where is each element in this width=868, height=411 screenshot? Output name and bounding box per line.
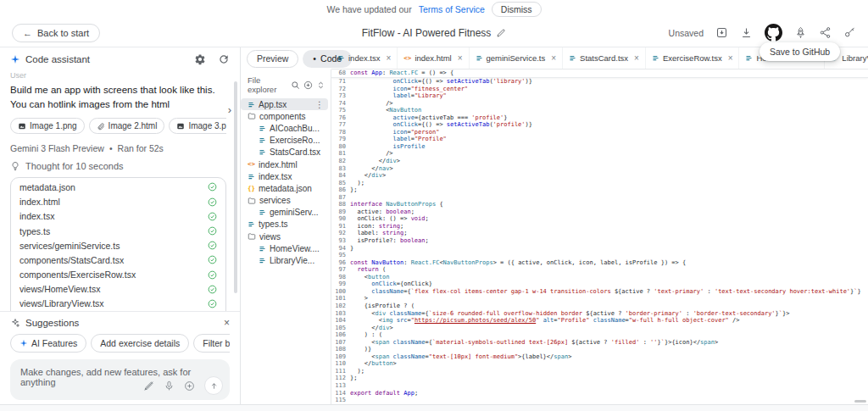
check-circle-icon <box>208 182 217 192</box>
send-button[interactable] <box>204 376 223 395</box>
generated-file-row[interactable]: components/ExerciseRow.tsx <box>11 267 225 281</box>
dismiss-button[interactable]: Dismiss <box>492 2 542 17</box>
html-file-icon: <> <box>248 161 255 168</box>
close-tab-icon[interactable]: × <box>634 53 639 63</box>
attachment-chip[interactable]: Image 3.png <box>169 118 226 134</box>
generated-file-row[interactable]: views/HomeView.tsx <box>11 282 225 297</box>
folder-icon <box>248 112 256 120</box>
code-line: 83 </nav> <box>331 165 868 173</box>
file-tree-item[interactable]: types.ts <box>241 219 331 230</box>
file-tree-item[interactable]: views <box>241 230 331 242</box>
code-line: 86}; <box>331 186 868 194</box>
kebab-menu-icon[interactable]: ⋮ <box>314 100 326 109</box>
generated-file-row[interactable]: components/StatsCard.tsx <box>11 253 225 267</box>
active-dot: • <box>313 53 316 64</box>
attachment-chip[interactable]: Image 1.png <box>10 118 85 134</box>
share-icon[interactable] <box>819 26 832 39</box>
tsx-file-icon <box>248 101 255 108</box>
file-tree-item[interactable]: geminiServ... <box>241 207 331 219</box>
file-tree-item[interactable]: AICoachBu... <box>241 122 331 134</box>
mic-icon[interactable] <box>164 380 175 392</box>
editor-tab[interactable]: ExerciseRow.tsx× <box>646 47 740 69</box>
close-tab-icon[interactable]: × <box>728 53 733 63</box>
code-line: 81 /> <box>331 150 868 158</box>
generated-file-row[interactable]: index.tsx <box>11 209 225 224</box>
file-tree-item[interactable]: LibraryVie... <box>241 254 331 266</box>
collapse-all-icon[interactable] <box>316 81 326 90</box>
html-file-icon: <> <box>403 55 411 62</box>
tsx-file-icon <box>259 125 266 132</box>
editor-tab[interactable]: StatsCard.tsx× <box>563 47 646 69</box>
attachment-chip[interactable]: Image 2.html <box>89 118 165 134</box>
window-bottom-edge <box>0 404 868 411</box>
generated-file-row[interactable]: views/LibraryView.tsx <box>11 297 225 311</box>
generated-file-row[interactable]: services/geminiService.ts <box>11 238 225 253</box>
terms-of-service-link[interactable]: Terms of Service <box>419 4 485 14</box>
chips-scroll-chevron-icon[interactable]: › <box>220 103 231 116</box>
save-version-icon[interactable] <box>715 26 728 39</box>
generated-file-row[interactable]: index.html <box>11 195 225 209</box>
prompt-input[interactable]: Make changes, add new features, ask for … <box>10 359 230 400</box>
search-icon[interactable] <box>291 81 300 90</box>
code-line: 72 icon="fitness_center" <box>331 86 868 93</box>
suggestion-chips: AI FeaturesAdd exercise detailsFilter by… <box>10 334 230 353</box>
add-attachment-icon[interactable] <box>184 380 195 392</box>
lightbulb-icon <box>10 161 20 171</box>
suggestion-chip[interactable]: AI Features <box>10 334 86 353</box>
github-icon[interactable] <box>765 24 782 42</box>
close-tab-icon[interactable]: × <box>551 53 556 63</box>
settings-gear-icon[interactable] <box>194 53 206 65</box>
suggestion-chip[interactable]: Add exercise details <box>91 334 189 353</box>
editor-tab[interactable]: geminiService.ts× <box>470 47 564 69</box>
deploy-rocket-icon[interactable] <box>794 26 807 39</box>
file-tree-item[interactable]: ExerciseRo... <box>241 135 331 147</box>
file-tree-item[interactable]: HomeView.... <box>241 242 331 254</box>
file-tree-item[interactable]: components <box>241 110 331 122</box>
assistant-title: Code assistant <box>25 54 90 64</box>
check-circle-icon <box>208 212 217 221</box>
horizontal-scrollbar[interactable] <box>854 400 866 403</box>
new-file-icon[interactable] <box>303 81 313 90</box>
api-key-icon[interactable] <box>843 26 856 39</box>
code-editor[interactable]: 68const App: React.FC = () => { 71 onCli… <box>331 69 868 404</box>
file-tree-item[interactable]: index.tsx <box>241 170 331 182</box>
file-tree-item[interactable]: {}metadata.json <box>241 182 331 194</box>
file-tree-item[interactable]: StatsCard.tsx <box>241 147 331 158</box>
code-line: 92 label: string; <box>331 230 868 237</box>
generated-file-row[interactable]: metadata.json <box>11 180 225 194</box>
file-tree-item[interactable]: services <box>241 195 331 207</box>
code-line: 71 onClick={() => setActiveTab('library'… <box>331 78 868 86</box>
run-duration: Ran for 52s <box>118 143 164 153</box>
user-label: User <box>10 71 226 79</box>
download-icon[interactable] <box>740 26 753 39</box>
back-to-start-button[interactable]: ← Back to start <box>12 24 100 42</box>
code-line: 110 </button> <box>331 360 868 368</box>
edit-title-icon[interactable] <box>496 28 506 38</box>
refresh-icon[interactable] <box>218 53 230 65</box>
file-tree-item[interactable]: App.tsx⋮ <box>241 98 328 110</box>
image-icon <box>176 122 185 131</box>
tsx-file-icon <box>259 136 266 144</box>
tsx-file-icon <box>259 148 266 156</box>
generated-file-row[interactable]: types.ts <box>11 224 225 238</box>
chat-scroll-area[interactable]: User Build me an app with screens that l… <box>0 69 240 311</box>
file-tree-item[interactable]: <>index.html <box>241 158 331 170</box>
suggestions-icon <box>10 318 20 328</box>
tsx-file-icon <box>337 54 345 62</box>
preview-toggle[interactable]: Preview <box>247 50 298 68</box>
suggestion-chip[interactable]: Filter by muscle group <box>193 334 230 353</box>
editor-tab[interactable]: <>index.html× <box>398 47 469 69</box>
code-line: 80 isProfile <box>331 143 868 151</box>
code-line: 112}; <box>331 375 868 382</box>
code-line: 93 isProfile?: boolean; <box>331 237 868 245</box>
thought-row[interactable]: Thought for 10 seconds <box>10 161 226 171</box>
edit-disabled-icon[interactable] <box>143 380 154 392</box>
editor-tab[interactable]: index.tsx× <box>331 47 398 69</box>
check-circle-icon <box>208 299 217 308</box>
chat-scrollbar[interactable] <box>234 81 237 293</box>
close-tab-icon[interactable]: × <box>458 53 463 63</box>
unsaved-status: Unsaved <box>669 28 704 38</box>
close-suggestions-icon[interactable]: × <box>224 318 230 328</box>
tsx-file-icon <box>259 245 266 253</box>
close-tab-icon[interactable]: × <box>387 53 392 63</box>
